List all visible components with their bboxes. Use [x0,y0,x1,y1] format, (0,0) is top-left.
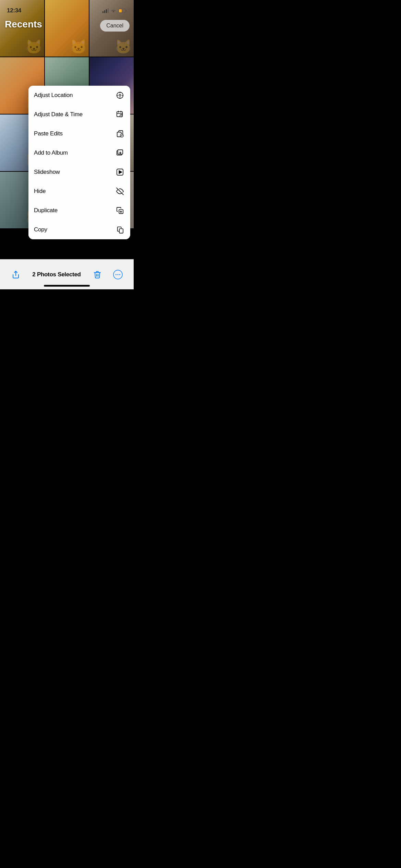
more-button[interactable] [110,267,125,282]
menu-item-adjust-location[interactable]: Adjust Location [28,86,130,105]
svg-point-3 [119,94,121,96]
signal-icon [102,8,109,13]
svg-rect-1 [119,9,122,12]
menu-item-adjust-date-time[interactable]: Adjust Date & Time [28,105,130,124]
svg-rect-26 [119,229,123,233]
status-bar: 12:34 [0,0,134,17]
status-icons [102,8,127,13]
share-button[interactable] [8,267,23,282]
battery-icon [118,9,127,13]
share-icon [12,270,20,279]
menu-item-paste-edits[interactable]: Paste Edits [28,124,130,143]
cancel-button[interactable]: Cancel [100,20,130,32]
copy-icon [115,225,125,234]
svg-point-29 [116,274,117,275]
menu-item-hide[interactable]: Hide [28,182,130,201]
menu-item-add-to-album[interactable]: Add to Album [28,143,130,162]
play-icon [115,167,125,177]
more-icon [113,270,123,279]
calendar-clock-icon [115,110,125,119]
add-album-icon [115,148,125,158]
delete-button[interactable] [90,267,105,282]
wifi-icon [111,9,116,13]
duplicate-icon [115,206,125,215]
location-icon [115,91,125,100]
svg-point-30 [118,274,119,275]
context-menu: Adjust Location Adjust Date & Time [28,86,130,239]
svg-marker-21 [119,170,122,173]
home-indicator [44,285,90,287]
menu-item-copy[interactable]: Copy [28,220,130,239]
status-time: 12:34 [7,7,21,14]
selection-count: 2 Photos Selected [32,271,81,278]
menu-item-slideshow[interactable]: Slideshow [28,162,130,182]
menu-item-duplicate[interactable]: Duplicate [28,201,130,220]
paste-edits-icon [115,129,125,138]
context-menu-overlay: Adjust Location Adjust Date & Time [0,0,134,289]
svg-point-31 [119,274,120,275]
trash-icon [93,270,101,279]
eye-slash-icon [115,186,125,196]
